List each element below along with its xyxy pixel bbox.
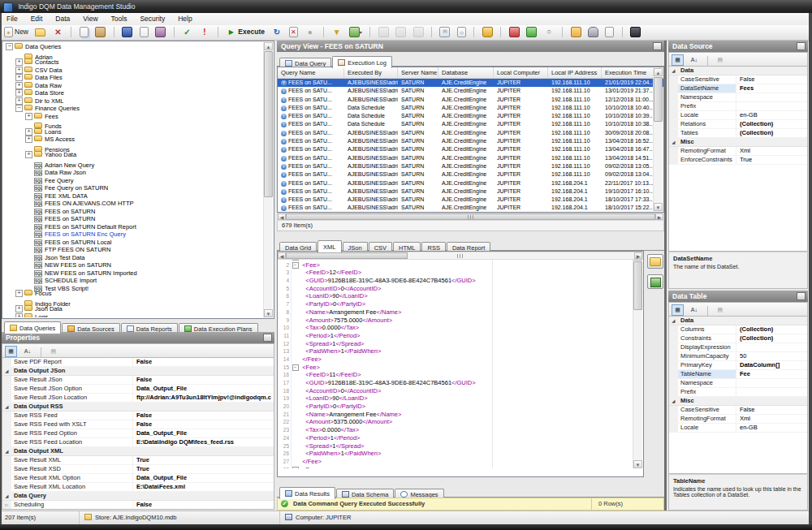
- log-row[interactable]: iFEES on SATU...AJEBUSINESS\adrianSATURN…: [278, 187, 663, 196]
- title-bar[interactable]: Indigo DQM Data Management Studio: [0, 0, 812, 13]
- scroll-down-arrow[interactable]: ▼: [633, 460, 642, 468]
- xml-line[interactable]: 3 <FeeID>12</FeeID>: [279, 269, 633, 277]
- tree-item[interactable]: +Focus: [3, 290, 263, 298]
- collapse-icon[interactable]: −: [15, 105, 23, 112]
- category-collapse-icon[interactable]: ◢: [669, 317, 678, 325]
- log-row[interactable]: iFEES on SATU...Data ScheduleSATURNAJE.C…: [278, 104, 663, 112]
- property-pages-button[interactable]: ▤: [714, 304, 726, 316]
- expand-icon[interactable]: +: [15, 58, 23, 66]
- xml-line[interactable]: 13 <PaidWhen>1</PaidWhen>: [279, 347, 633, 355]
- editor-scrollbar[interactable]: ▲ ▼: [633, 252, 642, 468]
- property-row[interactable]: Save Result XML OptionData_Output_File: [2, 474, 274, 483]
- expand-icon[interactable]: +: [15, 74, 23, 81]
- property-row[interactable]: TableNameFee: [669, 370, 807, 379]
- xml-line[interactable]: 20 <PartyID>0</PartyID>: [279, 403, 633, 411]
- fold-collapse-icon[interactable]: −: [292, 364, 299, 372]
- xml-line[interactable]: 21 <Name>Arrangement Fee</Name>: [279, 411, 633, 419]
- tree-item[interactable]: +Contacts: [3, 58, 263, 67]
- log-hscrollbar[interactable]: ◀ ▶: [277, 213, 664, 221]
- alert-button[interactable]: !: [197, 25, 211, 39]
- report-export-button[interactable]: [603, 25, 615, 39]
- panel-options-icon[interactable]: [797, 42, 806, 50]
- tree-item[interactable]: +Dir to XML: [3, 97, 263, 106]
- log-row[interactable]: iFEES on SATU...AJEBUSINESS\adrianSATURN…: [278, 129, 663, 137]
- tab-data-results[interactable]: Data Results: [279, 487, 335, 499]
- xml-line[interactable]: 5 <AccountID>0</AccountID>: [279, 285, 633, 293]
- expand-icon[interactable]: +: [15, 67, 23, 74]
- log-row[interactable]: iFEES on SATU...AJEBUSINESS\adrianSATURN…: [278, 154, 663, 162]
- property-row[interactable]: Save PDF ReportFalse: [2, 358, 274, 367]
- scroll-thumb[interactable]: [633, 261, 642, 310]
- tree-item[interactable]: SQLFee Query: [3, 175, 263, 183]
- open-button[interactable]: [33, 25, 47, 39]
- property-row[interactable]: Save Result XSDTrue: [2, 465, 274, 474]
- execute-button[interactable]: ▶Execute: [224, 25, 266, 39]
- column-header-query-name[interactable]: Query Name: [278, 67, 344, 78]
- property-category[interactable]: ◢Data Output JSon: [2, 367, 274, 376]
- tree-item[interactable]: +Fees: [3, 113, 263, 121]
- encrypt-button[interactable]: [481, 25, 495, 39]
- tab-execution-log[interactable]: Execution Log: [332, 56, 392, 68]
- property-category[interactable]: ◢Misc: [669, 397, 807, 406]
- column-header-local-ip-address[interactable]: Local IP Address: [548, 67, 602, 78]
- tree-item[interactable]: +Data Store: [3, 89, 263, 97]
- expand-icon[interactable]: +: [15, 89, 23, 97]
- tree-item[interactable]: +Data Raw: [3, 82, 263, 90]
- menu-item-data[interactable]: Data: [49, 13, 76, 25]
- property-row[interactable]: Prefix: [669, 102, 807, 111]
- column-header-server-name[interactable]: Server Name: [398, 67, 438, 78]
- log-row[interactable]: iFEES on SATU...AJEBUSINESS\adrianSATURN…: [278, 170, 663, 179]
- xml-line[interactable]: 23 <Tax>0.0000</Tax>: [279, 426, 633, 434]
- tree-item[interactable]: SQLFTP FEES ON SATURN: [3, 243, 263, 252]
- property-row[interactable]: ▷SchedulingFalse: [2, 501, 274, 510]
- menu-item-tools[interactable]: Tools: [105, 13, 134, 25]
- scroll-thumb[interactable]: [654, 77, 663, 122]
- property-row[interactable]: Namespace: [669, 93, 807, 102]
- email-button[interactable]: ✉: [438, 25, 451, 39]
- categorize-button[interactable]: ▦: [672, 54, 684, 66]
- user-button[interactable]: [394, 25, 408, 39]
- scroll-right-arrow[interactable]: ▶: [655, 213, 663, 220]
- column-header-database[interactable]: Database: [438, 67, 494, 78]
- property-row[interactable]: Save RSS Feed LocationE:\Data\Indigo DQM…: [2, 438, 274, 447]
- log-row[interactable]: iFEES on SATU...AJEBUSINESS\adrianSATURN…: [278, 87, 663, 95]
- property-row[interactable]: Save RSS Feed with XSLTFalse: [2, 420, 274, 429]
- xml-line[interactable]: 9 <Amount>7575.0000</Amount>: [279, 317, 633, 325]
- stop-button[interactable]: ●: [303, 25, 317, 39]
- column-header-local-computer[interactable]: Local Computer: [494, 67, 548, 78]
- tree-item[interactable]: +MS Access: [3, 136, 263, 144]
- expand-icon[interactable]: +: [25, 151, 32, 158]
- xml-line[interactable]: 17 <GUID>9126B18E-319C-48A3-9DE6-8E424C7…: [279, 379, 633, 387]
- property-pages-button[interactable]: ▤: [714, 54, 726, 66]
- property-row[interactable]: Save Result JSonFalse: [2, 376, 274, 385]
- expand-icon[interactable]: +: [25, 113, 32, 120]
- xml-result-editor[interactable]: 1−<Fees>2− <Fee>3 <FeeID>12</FeeID>4 <GU…: [277, 251, 644, 477]
- category-collapse-icon[interactable]: ◢: [669, 138, 678, 146]
- xml-line[interactable]: 16 <FeeID>11</FeeID>: [279, 371, 633, 379]
- refresh-button[interactable]: ↻: [270, 25, 283, 39]
- expand-icon[interactable]: +: [15, 290, 23, 297]
- property-category[interactable]: ◢Misc: [669, 138, 807, 147]
- property-row[interactable]: RemotingFormatXml: [669, 415, 807, 424]
- xml-line[interactable]: 8 <Name>Arrangement Fee</Name>: [279, 308, 633, 317]
- xml-line[interactable]: 26 <PaidWhen>1</PaidWhen>: [279, 450, 633, 458]
- menu-item-help[interactable]: Help: [171, 13, 198, 25]
- xml-line[interactable]: 14 </Fee>: [279, 355, 633, 364]
- scroll-up-arrow[interactable]: ▲: [264, 42, 273, 50]
- xml-line[interactable]: 10 <Tax>0.0000</Tax>: [279, 324, 633, 332]
- property-category[interactable]: ◢Data Query: [2, 492, 274, 501]
- tree-item[interactable]: +Loans: [3, 128, 263, 136]
- menu-item-edit[interactable]: Edit: [24, 13, 50, 25]
- xml-line[interactable]: 6 <LoanID>90</LoanID>: [279, 292, 633, 300]
- categorize-button[interactable]: ▦: [5, 346, 17, 357]
- log-row[interactable]: iFEES on SATU...AJEBUSINESS\adrianSATURN…: [278, 96, 663, 104]
- property-category[interactable]: ◢Data Output RSS: [2, 403, 274, 412]
- property-category[interactable]: ◢Data Output XML: [2, 447, 274, 456]
- property-row[interactable]: RemotingFormatXml: [669, 147, 807, 156]
- tree-item[interactable]: SQLNEW FEES on SATURN Imported: [3, 267, 263, 275]
- tree-item[interactable]: −Data Queries: [3, 43, 263, 51]
- tab-data-queries[interactable]: Data Queries: [4, 321, 61, 334]
- tree-item[interactable]: SQLFEES on SATURN Local: [3, 236, 263, 244]
- property-row[interactable]: Save RSS Feed OptionData_Output_File: [2, 429, 274, 438]
- copy-result-button[interactable]: [377, 25, 391, 39]
